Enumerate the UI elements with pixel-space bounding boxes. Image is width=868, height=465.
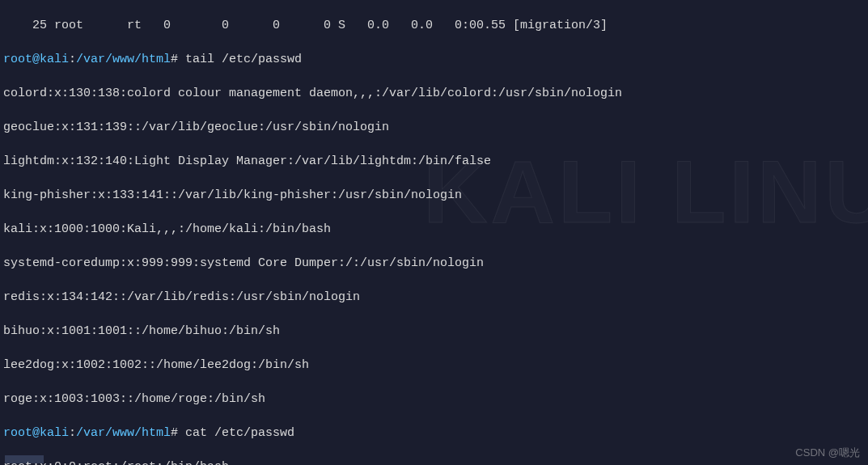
prompt-path: /var/www/html xyxy=(76,426,171,440)
watermark-corner: CSDN @嗯光 xyxy=(795,446,860,460)
output-line: root:x:0:0:root:/root:/bin/bash xyxy=(3,459,865,465)
process-row: 25 root rt 0 0 0 0 S 0.0 0.0 0:00.55 [mi… xyxy=(3,17,865,34)
prompt-line: root@kali:/var/www/html# tail /etc/passw… xyxy=(3,51,865,68)
output-line: colord:x:130:138:colord colour managemen… xyxy=(3,85,865,102)
command-text: cat /etc/passwd xyxy=(185,426,294,440)
output-line: lee2dog:x:1002:1002::/home/lee2dog:/bin/… xyxy=(3,357,865,374)
prompt-userhost: root@kali xyxy=(3,53,69,66)
prompt-symbol: # xyxy=(171,53,185,66)
output-line: geoclue:x:131:139::/var/lib/geoclue:/usr… xyxy=(3,119,865,136)
prompt-symbol: # xyxy=(171,426,185,440)
command-text: tail /etc/passwd xyxy=(185,53,302,66)
output-line: king-phisher:x:133:141::/var/lib/king-ph… xyxy=(3,187,865,204)
output-line: lightdm:x:132:140:Light Display Manager:… xyxy=(3,153,865,170)
prompt-separator: : xyxy=(69,53,76,66)
prompt-path: /var/www/html xyxy=(76,53,171,66)
prompt-line: root@kali:/var/www/html# cat /etc/passwd xyxy=(3,425,865,442)
output-line: roge:x:1003:1003::/home/roge:/bin/sh xyxy=(3,391,865,408)
output-line: kali:x:1000:1000:Kali,,,:/home/kali:/bin… xyxy=(3,221,865,238)
terminal-output[interactable]: 25 root rt 0 0 0 0 S 0.0 0.0 0:00.55 [mi… xyxy=(3,0,865,465)
prompt-separator: : xyxy=(69,426,76,440)
prompt-userhost: root@kali xyxy=(3,426,69,440)
output-line: systemd-coredump:x:999:999:systemd Core … xyxy=(3,255,865,272)
output-line: redis:x:134:142::/var/lib/redis:/usr/sbi… xyxy=(3,289,865,306)
output-line: bihuo:x:1001:1001::/home/bihuo:/bin/sh xyxy=(3,323,865,340)
